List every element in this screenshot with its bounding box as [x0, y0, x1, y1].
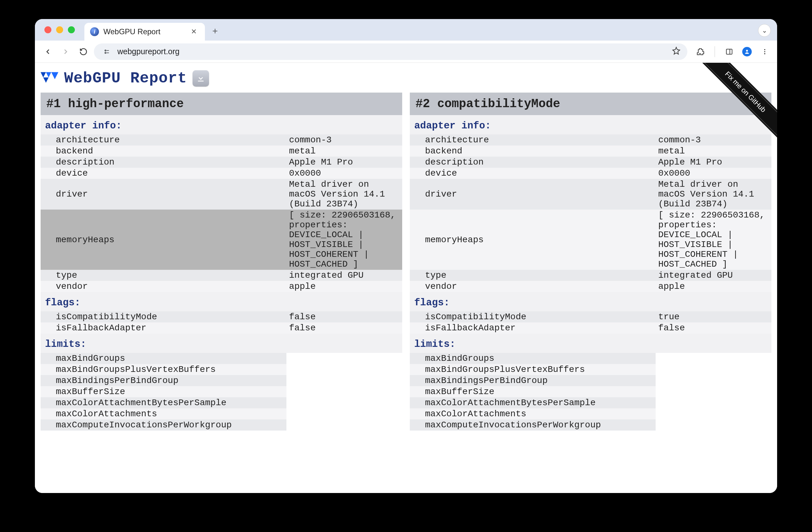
section-flags: flags:	[410, 292, 771, 311]
kv-row[interactable]: maxColorAttachmentBytesPerSample	[41, 397, 402, 408]
kv-row[interactable]: maxBindGroups	[410, 353, 771, 364]
kv-row[interactable]: device0x0000	[41, 168, 402, 179]
kv-row[interactable]: maxColorAttachmentBytesPerSample	[410, 397, 771, 408]
kv-value: true	[656, 311, 771, 322]
kv-key: vendor	[41, 281, 287, 292]
browser-window: i WebGPU Report ✕ ＋ ⌄ webgpureport.org	[35, 19, 777, 493]
kv-key: maxColorAttachments	[410, 408, 656, 419]
kv-row[interactable]: backendmetal	[41, 146, 402, 157]
svg-rect-2	[726, 49, 732, 54]
kv-row[interactable]: vendorapple	[410, 281, 771, 292]
bookmark-star-icon[interactable]	[672, 47, 680, 57]
kv-value: Apple M1 Pro	[287, 157, 402, 168]
browser-tab[interactable]: i WebGPU Report ✕	[84, 23, 205, 41]
kv-row[interactable]: typeintegrated GPU	[41, 270, 402, 281]
kv-value: apple	[287, 281, 402, 292]
kv-value: integrated GPU	[287, 270, 402, 281]
svg-marker-8	[46, 72, 52, 77]
chrome-menu-button[interactable]	[758, 45, 771, 58]
svg-point-5	[764, 51, 765, 52]
tab-close-button[interactable]: ✕	[188, 26, 199, 37]
kv-value: Metal driver on macOS Version 14.1 (Buil…	[656, 179, 771, 210]
page-title: WebGPU Report	[64, 70, 187, 87]
kv-row[interactable]: isCompatibilityModefalse	[41, 311, 402, 322]
panel-title: #1 high-performance	[41, 92, 402, 115]
kv-row[interactable]: driverMetal driver on macOS Version 14.1…	[41, 179, 402, 210]
kv-value: 0x0000	[656, 168, 771, 179]
kv-row[interactable]: maxColorAttachments	[41, 408, 402, 419]
reload-button[interactable]	[76, 44, 91, 59]
svg-point-3	[746, 50, 748, 52]
kv-row[interactable]: isCompatibilityModetrue	[410, 311, 771, 322]
kv-row[interactable]: maxBindingsPerBindGroup	[41, 375, 402, 386]
svg-point-1	[105, 52, 106, 53]
svg-point-0	[105, 50, 106, 51]
kv-row[interactable]: descriptionApple M1 Pro	[41, 157, 402, 168]
kv-row[interactable]: device0x0000	[410, 168, 771, 179]
kv-row[interactable]: memoryHeaps[ size: 22906503168, properti…	[41, 210, 402, 270]
kv-row[interactable]: typeintegrated GPU	[410, 270, 771, 281]
kv-row[interactable]: architecturecommon-3	[41, 134, 402, 146]
minimize-window-button[interactable]	[56, 26, 63, 33]
kv-row[interactable]: maxBindGroupsPlusVertexBuffers	[410, 364, 771, 375]
download-icon	[196, 74, 205, 83]
kv-row[interactable]: maxComputeInvocationsPerWorkgroup	[410, 419, 771, 431]
kv-value: [ size: 22906503168, properties: DEVICE_…	[287, 210, 402, 270]
close-window-button[interactable]	[44, 26, 52, 33]
kv-value: 0x0000	[287, 168, 402, 179]
kv-row[interactable]: maxBufferSize	[41, 386, 402, 397]
kv-row[interactable]: descriptionApple M1 Pro	[410, 157, 771, 168]
section-flags: flags:	[41, 292, 402, 311]
kv-key: backend	[410, 146, 656, 157]
kv-row[interactable]: isFallbackAdapterfalse	[41, 322, 402, 334]
download-button[interactable]	[192, 70, 209, 87]
kv-key: memoryHeaps	[410, 210, 656, 270]
kv-row[interactable]: maxBindingsPerBindGroup	[410, 375, 771, 386]
section-adapter-info: adapter info:	[410, 115, 771, 134]
kv-key: isFallbackAdapter	[410, 322, 656, 334]
webgpu-logo-icon	[41, 71, 58, 85]
kv-value: [ size: 22906503168, properties: DEVICE_…	[656, 210, 771, 270]
kv-key: maxColorAttachmentBytesPerSample	[410, 397, 656, 408]
kv-key: maxBindGroupsPlusVertexBuffers	[410, 364, 656, 375]
new-tab-button[interactable]: ＋	[209, 25, 221, 37]
kv-key: driver	[410, 179, 656, 210]
kv-row[interactable]: maxBufferSize	[410, 386, 771, 397]
extensions-button[interactable]	[694, 45, 707, 58]
section-adapter-info: adapter info:	[41, 115, 402, 134]
kv-row[interactable]: backendmetal	[410, 146, 771, 157]
kv-row[interactable]: architecturecommon-3	[410, 134, 771, 146]
kv-value: false	[656, 322, 771, 334]
fullscreen-window-button[interactable]	[68, 26, 75, 33]
kv-row[interactable]: maxBindGroups	[41, 353, 402, 364]
address-bar[interactable]: webgpureport.org	[94, 43, 687, 60]
kv-value: false	[287, 322, 402, 334]
kv-row[interactable]: driverMetal driver on macOS Version 14.1…	[410, 179, 771, 210]
kv-key: device	[410, 168, 656, 179]
section-limits: limits:	[410, 334, 771, 353]
kv-row[interactable]: vendorapple	[41, 281, 402, 292]
kv-key: architecture	[41, 134, 287, 146]
kv-row[interactable]: maxComputeInvocationsPerWorkgroup	[41, 419, 402, 431]
kv-key: maxComputeInvocationsPerWorkgroup	[41, 419, 287, 431]
kv-value: false	[287, 311, 402, 322]
kv-key: maxComputeInvocationsPerWorkgroup	[410, 419, 656, 431]
kv-key: maxBindGroups	[410, 353, 656, 364]
window-controls	[44, 26, 75, 33]
kv-row[interactable]: maxColorAttachments	[410, 408, 771, 419]
svg-marker-9	[43, 77, 48, 83]
toolbar-divider	[715, 46, 715, 57]
kv-key: architecture	[410, 134, 656, 146]
profile-button[interactable]	[740, 45, 754, 58]
side-panel-button[interactable]	[723, 45, 736, 58]
back-button[interactable]	[41, 44, 55, 59]
kv-row[interactable]: maxBindGroupsPlusVertexBuffers	[41, 364, 402, 375]
site-info-button[interactable]	[101, 47, 113, 56]
kv-value: common-3	[656, 134, 771, 146]
forward-button[interactable]	[58, 44, 73, 59]
kv-row[interactable]: memoryHeaps[ size: 22906503168, properti…	[410, 210, 771, 270]
browser-toolbar: webgpureport.org	[35, 41, 777, 63]
kv-table: architecturecommon-3backendmetaldescript…	[41, 134, 402, 292]
kv-row[interactable]: isFallbackAdapterfalse	[410, 322, 771, 334]
tab-search-button[interactable]: ⌄	[758, 24, 771, 37]
